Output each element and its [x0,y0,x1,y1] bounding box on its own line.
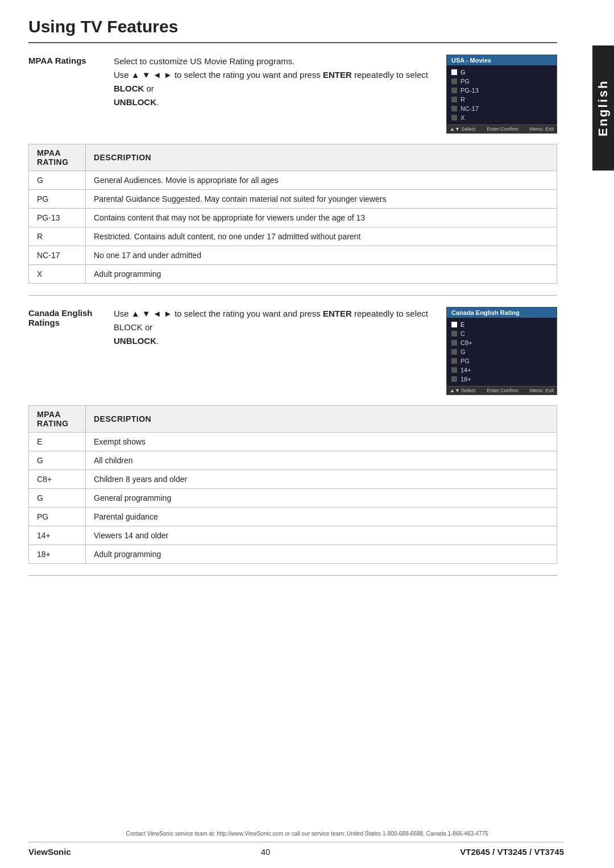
english-tab-label: English [596,80,611,136]
desc-cell: Parental guidance [86,508,557,526]
footer-model: VT2645 / VT3245 / VT3745 [460,847,564,857]
rating-cell: R [29,227,86,246]
mpaa-screen-title: USA - Movies [447,55,557,65]
canada-col1-header: MPAA RATING [29,406,86,433]
rating-cell: C8+ [29,470,86,489]
item-icon-cg [451,349,457,355]
rating-cell: G [29,451,86,470]
desc-cell: Restricted. Contains adult content, no o… [86,227,557,246]
table-row: GGeneral programming [29,489,557,508]
mpaa-text3: repeatedly to select [354,70,428,80]
item-icon-nc17 [451,106,457,111]
footer-brand: ViewSonic [28,847,71,857]
canada-col2-header: DESCRIPTION [86,406,557,433]
item-icon-cpg [451,358,457,364]
desc-cell: Contains content that may not be appropr… [86,209,557,227]
item-icon-e [451,322,457,327]
rating-cell: PG [29,190,86,209]
mpaa-text2: Use ▲ ▼ ◄ ► to select the rating you wan… [114,70,321,80]
canada-enter-bold: ENTER [323,309,352,318]
table-row: NC-17No one 17 and under admitted [29,246,557,265]
canada-table: MPAA RATING DESCRIPTION EExempt showsGAl… [28,405,557,564]
rating-cell: NC-17 [29,246,86,265]
mpaa-info-row: MPAA Ratings Select to customize US Movi… [28,55,557,134]
mpaa-screen-footer: ▲▼ Select Enter:Confirm Menu: Exit [447,124,557,133]
desc-cell: Parental Guidance Suggested. May contain… [86,190,557,209]
footer-contact: Contact ViewSonic service team at: http:… [0,830,614,837]
item-icon-g [451,69,457,75]
canada-screen-item-pg: PG [450,356,553,366]
item-icon-pg13 [451,88,457,93]
canada-description: Use ▲ ▼ ◄ ► to select the rating you wan… [114,307,435,348]
item-icon-14 [451,367,457,373]
desc-cell: General programming [86,489,557,508]
item-icon-x [451,115,457,121]
item-icon-c [451,331,457,337]
canada-footer-exit: Menu: Exit [529,388,554,393]
rating-cell: G [29,489,86,508]
canada-screen-item-g: G [450,347,553,356]
mpaa-col1-header: MPAA RATING [29,144,86,171]
canada-footer-select: ▲▼ Select [450,388,475,393]
screen-item-x: X [450,113,553,122]
canada-screen-footer: ▲▼ Select Enter:Confirm Menu: Exit [447,386,557,394]
canada-unblock-bold: UNBLOCK [114,336,156,346]
table-row: 14+Viewers 14 and older [29,526,557,545]
canada-section: Canada English Ratings Use ▲ ▼ ◄ ► to se… [28,307,557,576]
item-icon-pg [451,78,457,84]
footer-select: ▲▼ Select [450,126,475,132]
screen-item-g: G [450,68,553,77]
canada-screen-item-c8: C8+ [450,338,553,347]
mpaa-description: Select to customize US Movie Rating prog… [114,55,435,109]
desc-cell: All children [86,451,557,470]
table-row: PGParental Guidance Suggested. May conta… [29,190,557,209]
canada-info-row: Canada English Ratings Use ▲ ▼ ◄ ► to se… [28,307,557,395]
desc-cell: Exempt shows [86,433,557,451]
mpaa-screen-items: G PG PG-13 R NC-17 X [447,65,557,124]
mpaa-text1: Select to customize US Movie Rating prog… [114,56,294,66]
rating-cell: PG [29,508,86,526]
canada-screen-item-14: 14+ [450,366,553,375]
screen-item-pg: PG [450,77,553,86]
rating-cell: X [29,265,86,284]
mpaa-table: MPAA RATING DESCRIPTION GGeneral Audienc… [28,144,557,284]
mpaa-section: MPAA Ratings Select to customize US Movi… [28,55,557,296]
canada-screen-ui: Canada English Rating E C C8+ G PG 14+ 1… [446,307,557,395]
table-row: C8+Children 8 years and older [29,470,557,489]
item-icon-r [451,97,457,102]
footer-confirm: Enter:Confirm [487,126,518,132]
page-title: Using TV Features [28,0,557,43]
screen-item-pg13: PG-13 [450,86,553,95]
table-row: 18+Adult programming [29,545,557,564]
canada-screen-title: Canada English Rating [447,308,557,318]
footer-bar: ViewSonic 40 VT2645 / VT3245 / VT3745 [28,842,564,857]
mpaa-screen-ui: USA - Movies G PG PG-13 R NC-17 X ▲▼ Sel… [446,55,557,134]
desc-cell: General Audiences. Movie is appropriate … [86,171,557,190]
canada-footer-confirm: Enter:Confirm [487,388,518,393]
canada-screen-item-e: E [450,320,553,329]
mpaa-text4: or [147,84,154,93]
mpaa-label: MPAA Ratings [28,55,114,65]
rating-cell: E [29,433,86,451]
screen-item-nc17: NC-17 [450,104,553,113]
canada-screen-item-c: C [450,329,553,338]
item-icon-c8 [451,340,457,346]
item-icon-18 [451,376,457,382]
table-row: RRestricted. Contains adult content, no … [29,227,557,246]
table-row: PG-13Contains content that may not be ap… [29,209,557,227]
footer-page-num: 40 [261,847,271,857]
canada-screen-items: E C C8+ G PG 14+ 18+ [447,318,557,386]
table-row: GGeneral Audiences. Movie is appropriate… [29,171,557,190]
desc-cell: Adult programming [86,545,557,564]
mpaa-unblock-bold: UNBLOCK [114,97,156,107]
screen-item-r: R [450,95,553,104]
mpaa-enter-bold: ENTER [323,70,352,80]
footer-exit: Menu: Exit [529,126,554,132]
canada-screen-item-18: 18+ [450,375,553,384]
canada-label-line2: Ratings [28,318,60,327]
desc-cell: Adult programming [86,265,557,284]
mpaa-col2-header: DESCRIPTION [86,144,557,171]
rating-cell: G [29,171,86,190]
english-tab: English [592,45,614,171]
table-row: PGParental guidance [29,508,557,526]
